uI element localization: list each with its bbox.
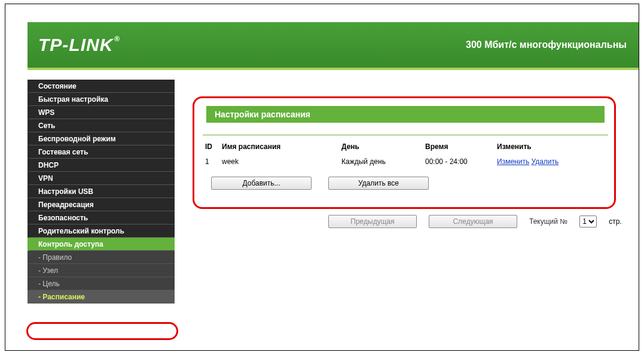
pager-current-label: Текущий № [529,217,567,226]
cell-actions: Изменить Удалить [495,156,608,168]
sidebar-item-16[interactable]: - Расписание [28,290,175,304]
cell-name: week [219,156,339,168]
prev-page-button[interactable]: Предыдущая [328,215,417,228]
add-button[interactable]: Добавить... [211,177,312,190]
pager-suffix: стр. [609,217,622,226]
panel-title-text: Настройки расписания [215,110,310,119]
brand-text: TP-LINK [38,35,113,55]
delete-all-button[interactable]: Удалить все [328,177,429,190]
page-select[interactable]: 1 [579,216,597,227]
panel-button-row: Добавить... Удалить все [211,177,429,190]
sidebar-item-7[interactable]: VPN [28,172,175,185]
header-title: 300 Мбит/с многофункциональны [466,40,628,50]
panel-divider [203,135,608,135]
col-time: Время [423,141,495,156]
app-frame: TP-LINK ® 300 Мбит/с многофункциональны … [5,4,639,351]
sidebar-item-6[interactable]: DHCP [28,159,175,172]
col-day: День [339,141,423,156]
pager: Предыдущая Следующая Текущий № 1 стр. [328,215,622,228]
table-row: 1 week Каждый день 00:00 - 24:00 Изменит… [203,156,608,168]
sidebar: СостояниеБыстрая настройкаWPSСетьБеспров… [28,80,175,304]
cell-time: 00:00 - 24:00 [423,156,495,168]
sidebar-item-14[interactable]: - Узел [28,264,175,277]
sidebar-item-5[interactable]: Гостевая сеть [28,145,175,159]
col-modify: Изменить [495,141,608,156]
sidebar-item-11[interactable]: Родительский контроль [28,224,175,238]
cell-day: Каждый день [339,156,423,168]
sidebar-item-3[interactable]: Сеть [28,119,175,132]
sidebar-highlight [26,322,178,340]
sidebar-item-0[interactable]: Состояние [28,80,175,93]
sidebar-item-15[interactable]: - Цель [28,277,175,290]
edit-link[interactable]: Изменить [497,157,529,166]
table-header-row: ID Имя расписания День Время Изменить [203,141,608,156]
next-page-button[interactable]: Следующая [429,215,517,228]
sidebar-item-9[interactable]: Переадресация [28,198,175,211]
sidebar-item-2[interactable]: WPS [28,106,175,119]
sidebar-item-4[interactable]: Беспроводной режим [28,132,175,145]
sidebar-item-12[interactable]: Контроль доступа [28,238,175,251]
brand-logo: TP-LINK ® [38,35,120,55]
col-id: ID [203,141,219,156]
cell-id: 1 [203,156,219,168]
sidebar-item-8[interactable]: Настройки USB [28,185,175,198]
sidebar-item-13[interactable]: - Правило [28,251,175,264]
sidebar-item-10[interactable]: Безопасность [28,211,175,224]
sidebar-item-1[interactable]: Быстрая настройка [28,93,175,106]
panel-title: Настройки расписания [206,106,605,123]
col-name: Имя расписания [219,141,339,156]
delete-link[interactable]: Удалить [531,157,558,166]
trademark-icon: ® [114,35,120,43]
header: TP-LINK ® 300 Мбит/с многофункциональны [28,22,639,70]
schedule-table: ID Имя расписания День Время Изменить 1 … [203,141,608,168]
